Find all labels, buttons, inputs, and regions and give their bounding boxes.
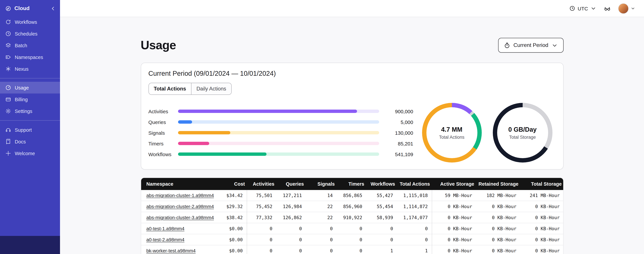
usage-donuts: 4.7 MMTotal Actions0 GB/DayTotal Storage: [413, 103, 556, 162]
period-selector-label: Current Period: [514, 42, 548, 48]
bar-value: 541,109: [379, 151, 413, 157]
chevron-down-icon: [551, 42, 558, 48]
sidebar-item-label: Docs: [15, 139, 26, 144]
table-cell: 0 KB-Hour: [476, 201, 520, 212]
donut-value: 4.7 MM: [441, 126, 462, 133]
table-cell: 22: [306, 201, 337, 212]
table-cell: 856,960: [337, 201, 366, 212]
table-row: bk-worker-test.a98mm4$0.000000110 KB-Hou…: [141, 245, 563, 254]
table-cell: 182 MB-Hour: [476, 190, 520, 201]
namespace-link[interactable]: a0-test-1.a98mm4: [146, 226, 184, 231]
table-cell: 0: [397, 223, 432, 234]
sidebar-collapse-button[interactable]: [50, 6, 56, 11]
sidebar-item-label: Nexus: [15, 66, 28, 72]
table-cell: 856,865: [337, 190, 366, 201]
column-header-active-storage: Active Storage: [432, 178, 476, 190]
usage-card-title: Current Period (09/01/2024 — 10/01/2024): [148, 70, 556, 78]
table-cell: $34.42: [216, 190, 247, 201]
table-cell: $38.42: [216, 212, 247, 223]
table-cell: 0 KB-Hour: [520, 234, 563, 245]
chevron-down-icon: [630, 6, 635, 11]
bar-track: [178, 152, 379, 156]
sidebar-item-label: Schedules: [15, 31, 38, 36]
bar-value: 85,201: [379, 140, 413, 146]
table-cell: 0: [337, 223, 366, 234]
topbar: UTC: [60, 0, 644, 17]
namespace-link[interactable]: bk-worker-test.a98mm4: [146, 248, 196, 253]
sidebar-nav: WorkflowsSchedulesBatchNamespacesNexusUs…: [0, 16, 60, 159]
sidebar-item-schedules[interactable]: Schedules: [0, 28, 60, 40]
usage-bar-row: Signals130,000: [148, 130, 413, 135]
timezone-selector[interactable]: UTC: [569, 5, 596, 12]
table-cell: 0: [397, 234, 432, 245]
table-cell: $0.00: [216, 245, 247, 254]
sidebar-item-workflows[interactable]: Workflows: [0, 16, 60, 28]
bar-fill: [178, 152, 266, 156]
content: Usage Current Period Current Period (09/…: [60, 17, 644, 254]
table-cell: 0 KB-Hour: [432, 212, 476, 223]
sidebar-item-docs[interactable]: Docs: [0, 136, 60, 148]
sidebar-item-settings[interactable]: Settings: [0, 105, 60, 117]
table-row: abs-migration-cluster-2.a98mm4$29.3275,4…: [141, 201, 563, 212]
sidebar-item-usage[interactable]: Usage: [0, 82, 60, 94]
sidebar-footer: [0, 236, 60, 254]
namespace-link[interactable]: abs-migration-cluster-1.a98mm4: [146, 193, 214, 198]
tab-daily-actions[interactable]: Daily Actions: [191, 83, 231, 94]
table-cell: 75,501: [247, 190, 276, 201]
tab-total-actions[interactable]: Total Actions: [149, 83, 191, 94]
bar-value: 900,000: [379, 108, 413, 114]
namespace-link[interactable]: a0-test-2.a98mm4: [146, 237, 184, 242]
stopwatch-icon: [504, 42, 510, 48]
usage-summary-card: Current Period (09/01/2024 — 10/01/2024)…: [141, 63, 563, 170]
sidebar-item-label: Support: [15, 127, 32, 132]
user-menu[interactable]: [618, 3, 635, 14]
table-cell: 0: [337, 245, 366, 254]
docs-icon: [5, 139, 11, 144]
bar-fill: [178, 131, 230, 134]
table-cell: 241 MB-Hour: [520, 190, 563, 201]
sidebar-item-welcome[interactable]: Welcome: [0, 148, 60, 159]
table-cell: 0: [276, 234, 306, 245]
workflows-icon: [5, 19, 11, 25]
bar-fill: [178, 120, 192, 124]
table-cell: 0: [247, 223, 276, 234]
sidebar: Cloud WorkflowsSchedulesBatchNamespacesN…: [0, 0, 60, 254]
namespace-link[interactable]: abs-migration-cluster-2.a98mm4: [146, 204, 214, 209]
table-row: a0-test-1.a98mm4$0.000000000 KB-Hour0 KB…: [141, 223, 563, 234]
bar-label: Timers: [148, 140, 178, 146]
namespaces-icon: [5, 54, 11, 60]
column-header-retained-storage: Retained Storage: [476, 178, 520, 190]
table-cell: 77,332: [247, 212, 276, 223]
timezone-label: UTC: [578, 6, 588, 11]
table-cell: 0 KB-Hour: [520, 223, 563, 234]
table-cell: 58,939: [366, 212, 397, 223]
bar-fill: [178, 142, 209, 145]
table-cell: 910,922: [337, 212, 366, 223]
donut-center: 4.7 MMTotal Actions: [426, 107, 477, 158]
table-cell: 0: [366, 223, 397, 234]
page-header: Usage Current Period: [141, 38, 563, 52]
table-cell: 75,452: [247, 201, 276, 212]
table-cell: 0 KB-Hour: [432, 234, 476, 245]
table-cell: $29.32: [216, 201, 247, 212]
actions-tabs: Total ActionsDaily Actions: [148, 83, 232, 95]
chevron-down-icon: [590, 5, 596, 12]
namespace-link[interactable]: abs-migration-cluster-3.a98mm4: [146, 215, 214, 220]
table-cell: 126,984: [276, 201, 306, 212]
period-selector-button[interactable]: Current Period: [498, 38, 563, 52]
sidebar-item-batch[interactable]: Batch: [0, 40, 60, 51]
sidebar-item-support[interactable]: Support: [0, 124, 60, 136]
glasses-icon[interactable]: [604, 5, 611, 12]
table-cell: 0 KB-Hour: [432, 201, 476, 212]
donut-value: 0 GB/Day: [508, 126, 537, 133]
table-cell: 0 KB-Hour: [520, 212, 563, 223]
sidebar-item-billing[interactable]: Billing: [0, 94, 60, 105]
table-cell: 0 KB-Hour: [432, 245, 476, 254]
column-header-timers: Timers: [337, 178, 366, 190]
column-header-queries: Queries: [276, 178, 306, 190]
column-header-namespace: Namespace: [141, 178, 216, 190]
sidebar-item-nexus[interactable]: Nexus: [0, 63, 60, 75]
sidebar-item-namespaces[interactable]: Namespaces: [0, 51, 60, 63]
table-cell: 0: [247, 234, 276, 245]
table-cell: 55,454: [366, 201, 397, 212]
